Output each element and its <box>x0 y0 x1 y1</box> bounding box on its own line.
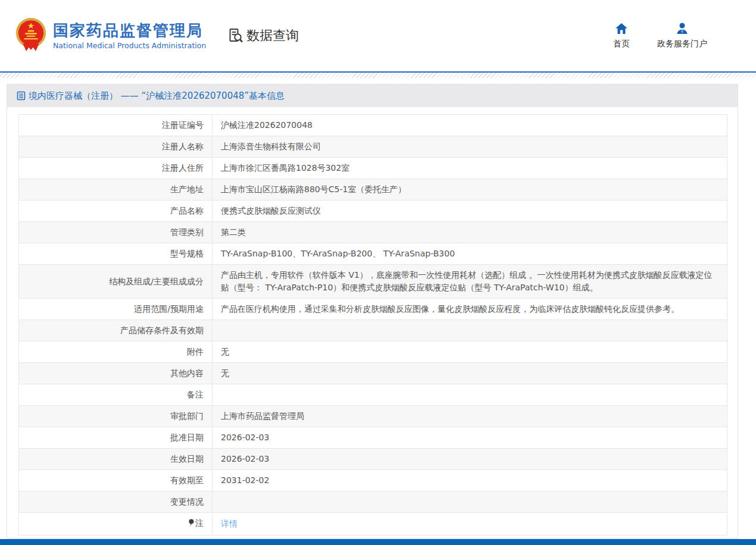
main-panel: 境内医疗器械（注册） —— “沪械注准20262070048”基本信息 注册证编… <box>7 84 738 538</box>
info-table: 注册证编号沪械注准20262070048注册人名称上海添音生物科技有限公司注册人… <box>18 114 727 535</box>
row-label: 注册人名称 <box>19 136 213 158</box>
page-title-bar: 境内医疗器械（注册） —— “沪械注准20262070048”基本信息 <box>7 84 738 107</box>
row-label: 结构及组成/主要组成成分 <box>19 265 213 299</box>
row-value <box>213 491 727 513</box>
row-value: 产品在医疗机构使用，通过采集和分析皮肤烟酸反应图像，量化皮肤烟酸反应程度，为临床… <box>213 299 727 320</box>
nav-portal-label: 政务服务门户 <box>657 39 707 49</box>
row-value <box>213 384 727 406</box>
document-search-icon <box>227 27 244 44</box>
table-row: 其他内容无 <box>19 363 727 384</box>
table-row: 批准日期2026-02-03 <box>19 427 727 449</box>
row-value: 2026-02-03 <box>213 449 727 470</box>
row-label: 产品名称 <box>19 201 213 222</box>
row-value: 详情 <box>213 513 727 535</box>
table-row: 适用范围/预期用途产品在医疗机构使用，通过采集和分析皮肤烟酸反应图像，量化皮肤烟… <box>19 299 727 320</box>
table-row: 生效日期2026-02-03 <box>19 449 727 470</box>
table-row: 备注 <box>19 384 727 406</box>
row-label: 适用范围/预期用途 <box>19 299 213 320</box>
nav-service-portal[interactable]: 政务服务门户 <box>657 23 707 49</box>
table-row: 审批部门上海市药品监督管理局 <box>19 406 727 427</box>
row-label: 注 <box>19 513 213 535</box>
row-value: 第二类 <box>213 222 727 243</box>
table-row: 注册人住所上海市徐汇区番禺路1028号302室 <box>19 158 727 179</box>
table-row: 有效期至2031-02-02 <box>19 470 727 491</box>
user-icon <box>676 23 689 35</box>
nav-home-label: 首页 <box>613 39 630 49</box>
hatch-pattern-band <box>0 73 756 78</box>
row-value: 上海添音生物科技有限公司 <box>213 136 727 158</box>
row-value: 2026-02-03 <box>213 427 727 449</box>
row-label: 有效期至 <box>19 470 213 491</box>
row-value: 产品由主机，专用软件（软件版本 V1），底座腕带和一次性使用耗材（选配）组成 。… <box>213 265 727 299</box>
row-label: 备注 <box>19 384 213 406</box>
page-title: 境内医疗器械（注册） —— “沪械注准20262070048”基本信息 <box>29 90 285 102</box>
row-label: 产品储存条件及有效期 <box>19 320 213 342</box>
table-row: 产品名称便携式皮肤烟酸反应测试仪 <box>19 201 727 222</box>
table-row: 生产地址上海市宝山区江杨南路880号C5-1室（委托生产） <box>19 179 727 201</box>
org-name-cn: 国家药品监督管理局 <box>53 21 206 40</box>
table-row: 型号规格TY-AraSnap-B100、TY-AraSnap-B200、 TY-… <box>19 243 727 265</box>
row-label: 型号规格 <box>19 243 213 265</box>
row-label: 附件 <box>19 342 213 363</box>
nmpa-logo[interactable]: 国家药品监督管理局 National Medical Products Admi… <box>15 17 206 55</box>
row-value: 上海市徐汇区番禺路1028号302室 <box>213 158 727 179</box>
nav-home[interactable]: 首页 <box>613 23 630 49</box>
row-value: 沪械注准20262070048 <box>213 115 727 136</box>
table-row: 变更情况 <box>19 491 727 513</box>
row-label: 变更情况 <box>19 491 213 513</box>
row-label: 生效日期 <box>19 449 213 470</box>
data-query-heading[interactable]: 数据查询 <box>227 27 299 45</box>
table-row: 产品储存条件及有效期 <box>19 320 727 342</box>
site-header: 国家药品监督管理局 National Medical Products Admi… <box>0 0 756 71</box>
org-name-en: National Medical Products Administration <box>53 41 206 50</box>
document-icon <box>17 91 26 101</box>
row-label: 管理类别 <box>19 222 213 243</box>
table-row: 注册证编号沪械注准20262070048 <box>19 115 727 136</box>
row-label: 注册人住所 <box>19 158 213 179</box>
info-table-body: 注册证编号沪械注准20262070048注册人名称上海添音生物科技有限公司注册人… <box>19 115 727 535</box>
row-label: 批准日期 <box>19 427 213 449</box>
row-value <box>213 320 727 342</box>
header-nav: 首页 政务服务门户 <box>613 23 707 49</box>
row-value: 上海市宝山区江杨南路880号C5-1室（委托生产） <box>213 179 727 201</box>
row-value: 便携式皮肤烟酸反应测试仪 <box>213 201 727 222</box>
row-value: 2031-02-02 <box>213 470 727 491</box>
row-value: 无 <box>213 342 727 363</box>
row-value: 上海市药品监督管理局 <box>213 406 727 427</box>
row-label: 生产地址 <box>19 179 213 201</box>
footer-bar <box>0 539 756 545</box>
national-emblem-icon <box>15 17 47 55</box>
row-label: 其他内容 <box>19 363 213 384</box>
table-row: 注册人名称上海添音生物科技有限公司 <box>19 136 727 158</box>
table-row: 管理类别第二类 <box>19 222 727 243</box>
detail-link[interactable]: 详情 <box>221 519 238 528</box>
row-label: 审批部门 <box>19 406 213 427</box>
row-value: TY-AraSnap-B100、TY-AraSnap-B200、 TY-AraS… <box>213 243 727 265</box>
data-query-label: 数据查询 <box>246 27 299 45</box>
location-pin-icon <box>188 518 194 531</box>
home-icon <box>615 23 628 35</box>
table-row: 结构及组成/主要组成成分产品由主机，专用软件（软件版本 V1），底座腕带和一次性… <box>19 265 727 299</box>
row-label: 注册证编号 <box>19 115 213 136</box>
table-row: 注详情 <box>19 513 727 535</box>
row-value: 无 <box>213 363 727 384</box>
table-row: 附件无 <box>19 342 727 363</box>
